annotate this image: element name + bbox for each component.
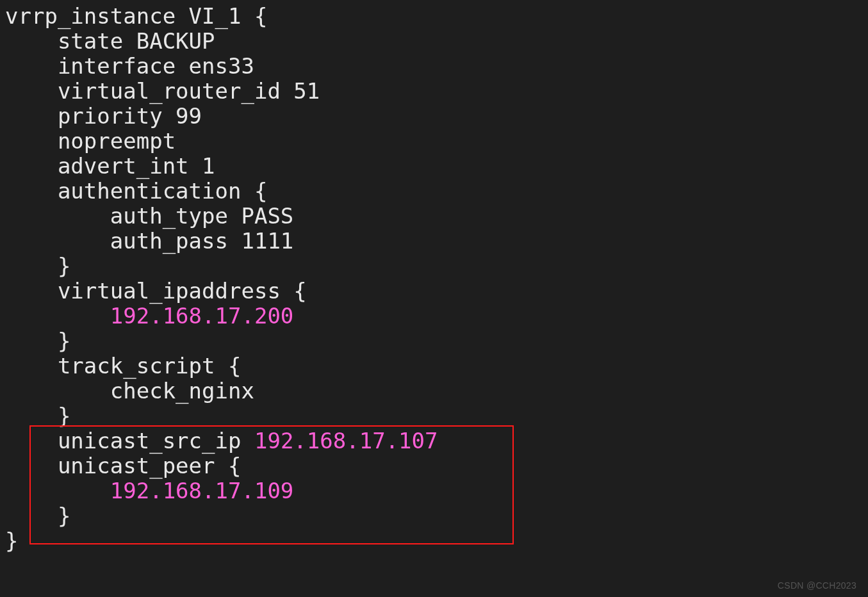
ip-literal: 192.168.17.109 [5,478,293,503]
code-line: authentication { [5,178,267,204]
code-line: unicast_peer { [5,453,241,478]
code-line: auth_type PASS [5,203,293,229]
code-line: auth_pass 1111 [5,228,293,254]
code-line: interface ens33 [5,53,254,79]
code-line: nopreempt [5,128,176,154]
ip-literal: 192.168.17.200 [5,303,293,329]
code-line: virtual_router_id 51 [5,78,320,104]
code-line: track_script { [5,353,241,379]
watermark-text: CSDN @CCH2023 [778,580,856,591]
code-line: check_nginx [5,378,254,404]
code-line: advert_int 1 [5,153,215,179]
code-line: virtual_ipaddress { [5,278,307,304]
code-line: } [5,328,70,354]
code-line: } [5,403,70,429]
code-block: vrrp_instance VI_1 { state BACKUP interf… [5,4,863,553]
code-line: unicast_src_ip [5,428,254,454]
code-line: } [5,528,18,553]
code-line: vrrp_instance VI_1 { [5,3,267,29]
code-line: state BACKUP [5,28,215,54]
code-line: priority 99 [5,103,202,129]
ip-literal: 192.168.17.107 [254,428,438,454]
code-editor-view: vrrp_instance VI_1 { state BACKUP interf… [0,0,868,597]
code-line: } [5,503,70,528]
code-line: } [5,253,70,279]
